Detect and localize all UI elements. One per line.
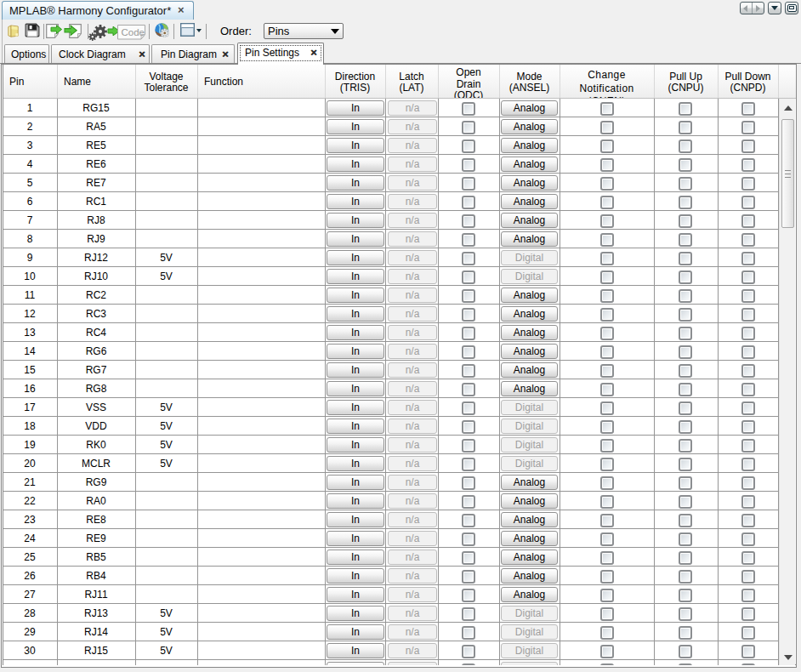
svg-text:Code: Code xyxy=(122,27,145,37)
